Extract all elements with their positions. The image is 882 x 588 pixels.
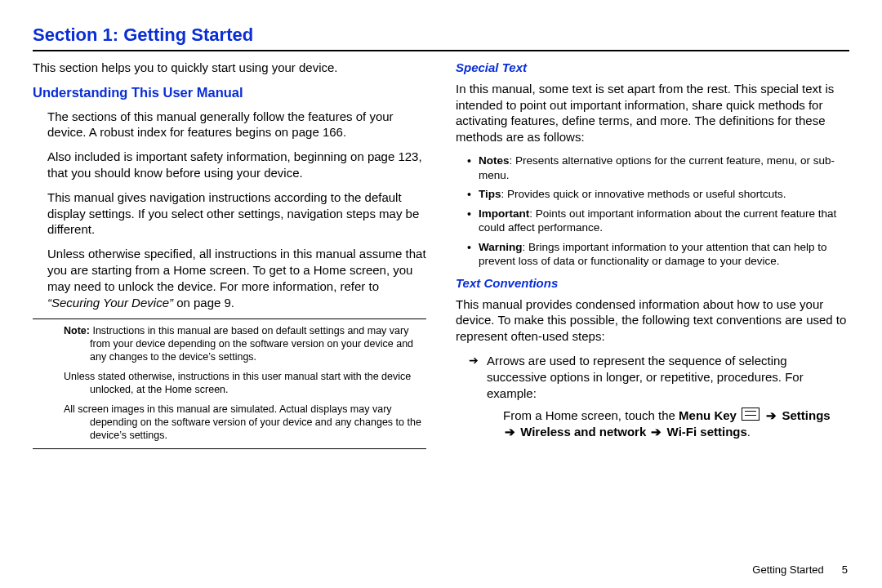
term-label: Notes bbox=[479, 154, 510, 167]
body-paragraph: Unless otherwise specified, all instruct… bbox=[47, 246, 426, 310]
body-text: on page 9. bbox=[173, 296, 234, 310]
example-pre-text: From a Home screen, touch the bbox=[503, 408, 679, 422]
note-text: Instructions in this manual are based on… bbox=[90, 325, 413, 363]
body-paragraph: This manual gives navigation instruction… bbox=[47, 189, 426, 238]
menu-step: Wi-Fi settings bbox=[667, 425, 747, 439]
body-paragraph: In this manual, some text is set apart f… bbox=[456, 81, 849, 145]
special-text-heading: Special Text bbox=[456, 60, 849, 76]
note-label: Note: bbox=[64, 325, 90, 336]
two-column-layout: This section helps you to quickly start … bbox=[33, 60, 849, 449]
definitions-list: Notes: Presents alternative options for … bbox=[470, 154, 849, 269]
section-title: Section 1: Getting Started bbox=[33, 23, 849, 47]
list-item: Tips: Provides quick or innovative metho… bbox=[470, 187, 849, 202]
page-footer: Getting Started5 bbox=[752, 563, 848, 577]
list-item: Notes: Presents alternative options for … bbox=[470, 154, 849, 182]
menu-key-icon bbox=[742, 408, 760, 421]
note-line: All screen images in this manual are sim… bbox=[33, 403, 426, 442]
term-text: : Presents alternative options for the c… bbox=[479, 154, 835, 181]
body-paragraph: Also included is important safety inform… bbox=[47, 149, 426, 181]
text-conventions-heading: Text Conventions bbox=[456, 275, 849, 292]
menu-path-example: From a Home screen, touch the Menu Key ➔… bbox=[503, 408, 849, 440]
arrow-icon: ➔ bbox=[505, 424, 515, 440]
body-text: Unless otherwise specified, all instruct… bbox=[47, 247, 426, 293]
period: . bbox=[747, 425, 751, 439]
term-text: : Points out important information about… bbox=[479, 207, 836, 234]
understanding-heading: Understanding This User Manual bbox=[33, 84, 426, 102]
term-label: Important bbox=[479, 207, 529, 220]
left-column: This section helps you to quickly start … bbox=[33, 60, 426, 449]
right-column: Special Text In this manual, some text i… bbox=[456, 60, 849, 449]
term-text: : Brings important information to your a… bbox=[479, 241, 826, 268]
note-line: Note: Instructions in this manual are ba… bbox=[33, 324, 426, 363]
arrow-icon: ➔ bbox=[766, 408, 777, 424]
arrow-item-text: Arrows are used to represent the sequenc… bbox=[487, 354, 804, 400]
page-number: 5 bbox=[842, 564, 848, 576]
footer-chapter-label: Getting Started bbox=[752, 564, 823, 576]
menu-step: Wireless and network bbox=[520, 425, 646, 439]
body-paragraph: The sections of this manual generally fo… bbox=[47, 109, 426, 141]
intro-paragraph: This section helps you to quickly start … bbox=[33, 60, 426, 76]
list-item: Important: Points out important informat… bbox=[470, 207, 849, 235]
term-text: : Provides quick or innovative methods o… bbox=[501, 188, 786, 200]
arrow-icon: ➔ bbox=[651, 424, 662, 440]
term-label: Warning bbox=[479, 241, 523, 253]
cross-reference: “Securing Your Device” bbox=[47, 296, 173, 310]
note-block: Note: Instructions in this manual are ba… bbox=[33, 318, 426, 449]
term-label: Tips bbox=[479, 188, 501, 200]
list-item: Arrows are used to represent the sequenc… bbox=[470, 353, 849, 440]
menu-step: Settings bbox=[782, 408, 830, 422]
body-paragraph: This manual provides condensed informati… bbox=[456, 296, 849, 345]
section-title-rule bbox=[33, 50, 849, 51]
note-line: Unless stated otherwise, instructions in… bbox=[33, 370, 426, 396]
conventions-list: Arrows are used to represent the sequenc… bbox=[470, 353, 849, 440]
menu-key-label: Menu Key bbox=[679, 408, 737, 422]
list-item: Warning: Brings important information to… bbox=[470, 240, 849, 269]
